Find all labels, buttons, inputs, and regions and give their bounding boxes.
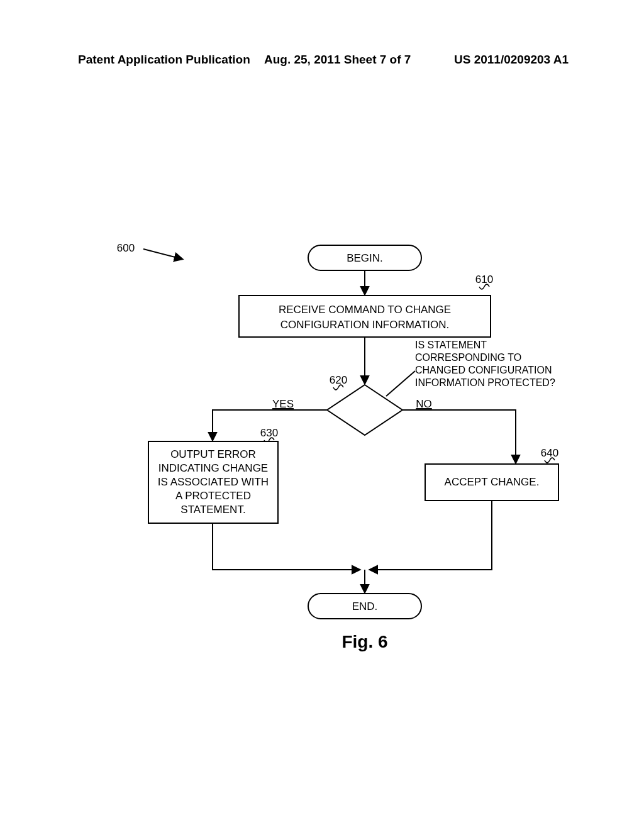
- process-610-line1: RECEIVE COMMAND TO CHANGE: [279, 304, 451, 316]
- process-630-line2: INDICATING CHANGE: [158, 462, 268, 474]
- arrow-630-to-merge: [213, 523, 360, 570]
- decision-620-callout-3: CHANGED CONFIGURATION: [415, 365, 552, 375]
- process-630-line5: STATEMENT.: [180, 504, 245, 516]
- flowchart-figure: 600 BEGIN. 610 RECEIVE COMMAND TO CHANGE…: [0, 0, 644, 830]
- ref-610: 610: [475, 274, 493, 285]
- process-640-line1: ACCEPT CHANGE.: [445, 476, 540, 488]
- process-630-line4: A PROTECTED: [175, 490, 251, 502]
- process-610-line2: CONFIGURATION INFORMATION.: [280, 319, 450, 331]
- ref-640: 640: [541, 447, 558, 459]
- process-630-line3: IS ASSOCIATED WITH: [158, 476, 269, 488]
- ref-600-leader: [143, 249, 182, 259]
- ref-600: 600: [117, 242, 135, 254]
- ref-620: 620: [330, 374, 347, 386]
- terminal-begin-label: BEGIN.: [347, 252, 383, 264]
- arrow-620-no-to-640: [402, 410, 516, 463]
- figure-caption: Fig. 6: [341, 632, 387, 651]
- branch-yes-label: YES: [272, 398, 294, 410]
- branch-no-label: NO: [416, 398, 432, 410]
- process-630-line1: OUTPUT ERROR: [170, 448, 256, 460]
- process-610: [239, 296, 491, 337]
- arrow-640-to-merge: [370, 501, 492, 570]
- decision-620-callout-2: CORRESPONDING TO: [415, 352, 521, 363]
- decision-620-callout-4: INFORMATION PROTECTED?: [415, 377, 555, 388]
- decision-620-callout-leader: [386, 371, 415, 396]
- terminal-end-label: END.: [352, 600, 378, 612]
- ref-630: 630: [260, 427, 278, 439]
- decision-620-callout-1: IS STATEMENT: [415, 340, 487, 350]
